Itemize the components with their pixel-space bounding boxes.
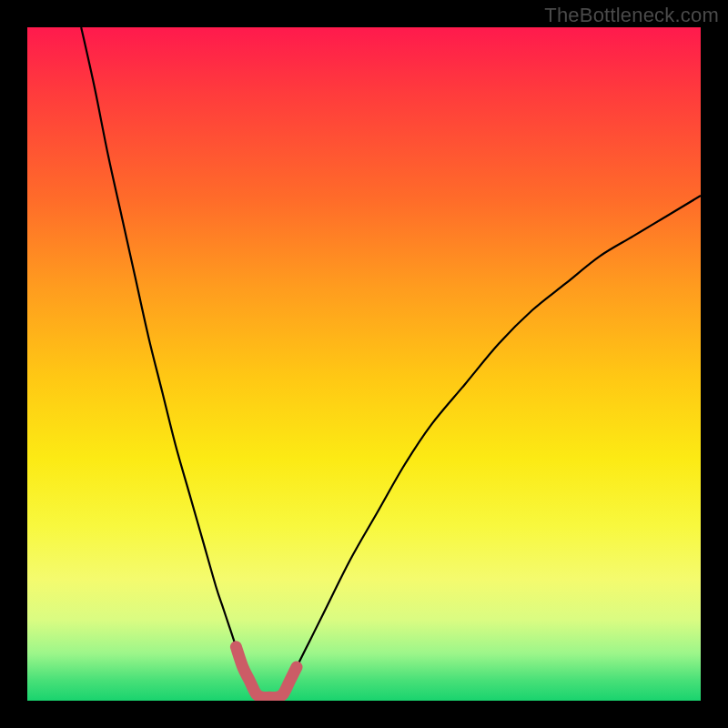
curve-group [81,27,701,698]
curve-layer [27,27,701,701]
left-branch-path [81,27,256,694]
plot-area [27,27,701,701]
right-branch-path [283,196,701,694]
marker-path [236,647,297,698]
chart-frame: TheBottleneck.com [0,0,728,728]
watermark-text: TheBottleneck.com [544,4,719,27]
